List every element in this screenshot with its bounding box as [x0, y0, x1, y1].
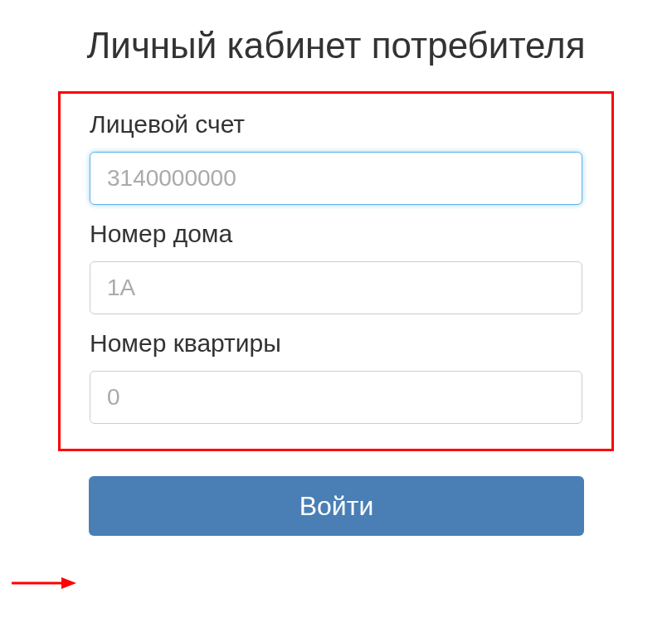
house-field-group: Номер дома	[90, 220, 582, 314]
login-button[interactable]: Войти	[89, 476, 584, 536]
login-form-box: Лицевой счет Номер дома Номер квартиры	[58, 91, 614, 451]
account-input[interactable]	[90, 152, 582, 205]
account-field-group: Лицевой счет	[90, 110, 582, 205]
house-input[interactable]	[90, 261, 582, 314]
login-container: Личный кабинет потребителя Лицевой счет …	[0, 0, 672, 536]
svg-marker-1	[61, 577, 76, 589]
apartment-field-group: Номер квартиры	[90, 329, 582, 424]
account-label: Лицевой счет	[90, 110, 582, 139]
arrow-annotation-icon	[12, 575, 78, 591]
apartment-input[interactable]	[90, 371, 582, 424]
apartment-label: Номер квартиры	[90, 329, 582, 357]
page-title: Личный кабинет потребителя	[58, 25, 614, 66]
house-label: Номер дома	[90, 220, 582, 248]
